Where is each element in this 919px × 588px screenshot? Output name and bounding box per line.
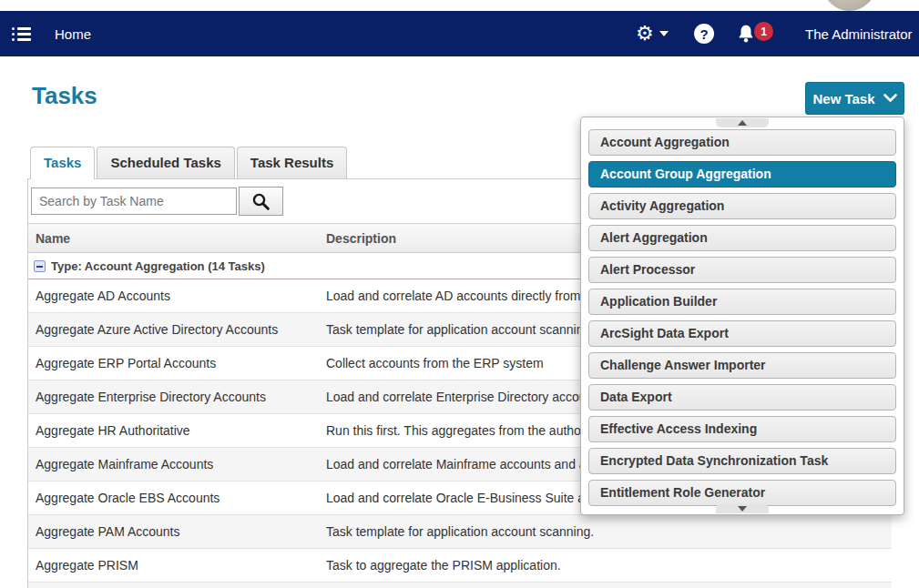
cell-task-name: Aggregate Azure Active Directory Account…	[28, 322, 326, 337]
settings-menu[interactable]: ⚙	[636, 11, 669, 56]
menu-item-entitlement-role-generator[interactable]: Entitlement Role Generator	[588, 480, 896, 506]
menu-item-effective-access-indexing[interactable]: Effective Access Indexing	[588, 416, 896, 442]
user-menu[interactable]: The Administrator	[805, 11, 919, 56]
new-task-button[interactable]: New Task	[805, 82, 904, 115]
table-row[interactable]: Aggregate PAM Accounts Task template for…	[28, 515, 892, 549]
gear-icon: ⚙	[636, 24, 654, 44]
tab-task-results[interactable]: Task Results	[237, 147, 347, 178]
menu-item-account-group-aggregation[interactable]: Account Group Aggregation	[588, 161, 896, 188]
scroll-up-button[interactable]	[716, 118, 769, 127]
menu-item-account-aggregation[interactable]: Account Aggregation	[588, 129, 896, 156]
scroll-up-icon	[738, 120, 747, 126]
scroll-down-button[interactable]	[716, 504, 769, 513]
cell-task-name: Aggregate PAM Accounts	[28, 524, 326, 539]
cell-task-name: Aggregate Enterprise Directory Accounts	[28, 390, 326, 404]
table-row	[28, 583, 892, 588]
menu-item-application-builder[interactable]: Application Builder	[588, 289, 896, 315]
cell-task-name: Aggregate Mainframe Accounts	[28, 457, 326, 471]
page-title: Tasks	[32, 82, 97, 110]
menu-item-encrypted-data-synchronization-task[interactable]: Encrypted Data Synchronization Task	[588, 448, 896, 474]
tab-scheduled-tasks[interactable]: Scheduled Tasks	[97, 147, 234, 178]
user-name-label: The Administrator	[805, 26, 913, 42]
group-label: Type: Account Aggregation (14 Tasks)	[51, 259, 265, 273]
menu-item-alert-aggregation[interactable]: Alert Aggregation	[588, 225, 896, 251]
notifications-button[interactable]: 1	[736, 11, 776, 56]
menu-item-arcsight-data-export[interactable]: ArcSight Data Export	[588, 320, 896, 347]
tab-tasks[interactable]: Tasks	[30, 147, 95, 179]
help-icon[interactable]: ?	[694, 24, 714, 44]
menu-item-challenge-answer-importer[interactable]: Challenge Answer Importer	[588, 352, 896, 379]
column-header-name[interactable]: Name	[28, 231, 326, 246]
home-link[interactable]: Home	[55, 11, 91, 56]
table-row[interactable]: Aggregate PRISM Task to aggregate the PR…	[28, 549, 892, 583]
notification-badge: 1	[754, 22, 773, 41]
chevron-down-icon	[883, 94, 897, 103]
cell-task-name: Aggregate PRISM	[28, 558, 326, 573]
cell-task-description: Task to aggregate the PRISM application.	[326, 558, 892, 573]
chevron-down-icon	[659, 31, 669, 36]
bell-icon	[736, 24, 756, 44]
cell-task-name: Aggregate ERP Portal Accounts	[28, 356, 326, 370]
menu-item-list: Account Aggregation Account Group Aggreg…	[588, 129, 896, 512]
menu-item-alert-processor[interactable]: Alert Processor	[588, 257, 896, 283]
menu-list-icon[interactable]	[9, 11, 33, 56]
cell-task-name: Aggregate AD Accounts	[28, 289, 326, 303]
search-button[interactable]	[239, 187, 283, 216]
cell-task-description: Task template for application account sc…	[326, 524, 892, 539]
menu-item-data-export[interactable]: Data Export	[588, 384, 896, 411]
cell-task-name: Aggregate HR Authoritative	[28, 423, 326, 438]
tab-bar: Tasks Scheduled Tasks Task Results	[30, 147, 349, 179]
collapse-group-icon[interactable]	[34, 260, 46, 272]
search-input[interactable]	[31, 188, 237, 215]
search-icon	[251, 192, 271, 211]
menu-item-activity-aggregation[interactable]: Activity Aggregation	[588, 193, 896, 219]
top-navbar: Home ⚙ ? 1 The Administrator	[0, 11, 919, 56]
cell-task-name: Aggregate Oracle EBS Accounts	[28, 491, 326, 505]
new-task-label: New Task	[812, 91, 874, 106]
avatar	[822, 0, 876, 11]
new-task-dropdown: Account Aggregation Account Group Aggreg…	[580, 117, 904, 515]
scroll-down-icon	[738, 506, 747, 512]
